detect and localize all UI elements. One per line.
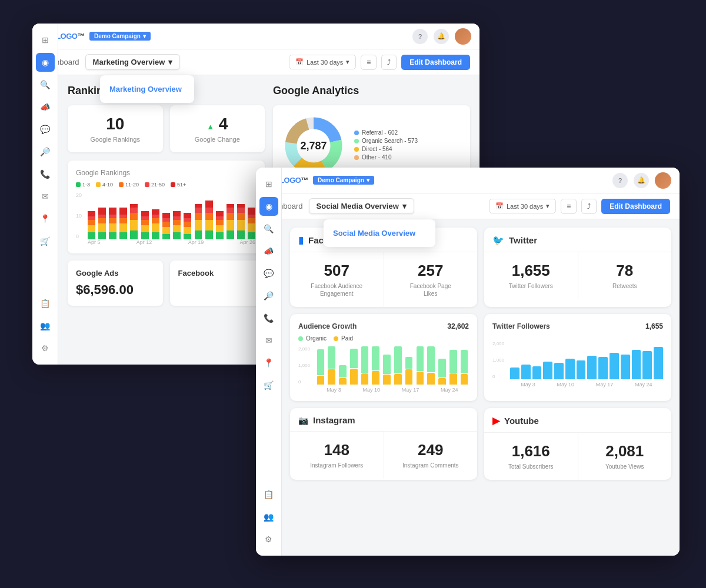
instagram-icon: 📷 — [298, 416, 308, 425]
instagram-header: 📷 Instagram — [290, 408, 477, 432]
back-dashboard-dropdown[interactable]: Marketing Overview ▾ — [85, 54, 181, 70]
youtube-section: ▶ Youtube 1,616 Total Subscribers 2,081 … — [484, 408, 671, 480]
back-topbar-right: ? 🔔 — [412, 28, 471, 45]
youtube-icon: ▶ — [492, 415, 499, 426]
instagram-comments: 249 Instagram Comments — [384, 432, 478, 479]
front-sidebar-analytics[interactable]: 🔎 — [259, 286, 278, 305]
back-chart-icon[interactable]: ≡ — [361, 55, 377, 70]
back-sidebar-home[interactable]: ⊞ — [36, 31, 55, 49]
back-sidebar-settings[interactable]: ⚙ — [36, 339, 55, 358]
front-sidebar-chat[interactable]: 💬 — [259, 264, 278, 283]
front-sidebar-email[interactable]: ✉ — [259, 331, 278, 350]
google-rankings-num: 10 — [76, 115, 155, 133]
twitter-chart-title: Twitter Followers — [492, 322, 550, 330]
back-sidebar-users[interactable]: 👥 — [36, 316, 55, 335]
twitter-header: 🐦 Twitter — [484, 228, 671, 252]
back-sidebar-location[interactable]: 📍 — [36, 209, 55, 228]
front-sidebar-users[interactable]: 👥 — [259, 507, 278, 526]
front-sidebar-location[interactable]: 📍 — [259, 353, 278, 372]
google-change-num: ▲ 4 — [178, 115, 257, 133]
front-campaign-badge[interactable]: Demo Campaign ▾ — [313, 176, 374, 185]
youtube-views: 2,081 Youtube Views — [578, 433, 672, 480]
back-sidebar-shop[interactable]: 🛒 — [36, 232, 55, 250]
twitter-followers-chart: Twitter Followers 1,655 2,0001,0000 May … — [484, 314, 671, 401]
front-edit-dashboard-btn[interactable]: Edit Dashboard — [601, 199, 670, 214]
back-sidebar-analytics[interactable]: 🔎 — [36, 142, 55, 161]
back-sidebar-search[interactable]: 🔍 — [36, 75, 55, 94]
front-toolbar-right: 📅 Last 30 days ▾ ≡ ⤴ Edit Dashboard — [489, 199, 670, 214]
audience-growth-legend: Organic Paid — [298, 335, 469, 342]
twitter-chart-header: Twitter Followers 1,655 — [492, 322, 663, 330]
legend-51plus: 51+ — [171, 182, 186, 188]
front-sidebar-dashboard[interactable]: ◉ — [259, 197, 278, 216]
facebook-card: Facebook — [170, 260, 265, 306]
back-sidebar-phone[interactable]: 📞 — [36, 165, 55, 183]
x-labels: Apr 5Apr 12Apr 19Apr 26 — [86, 239, 257, 245]
google-change-card: ▲ 4 Google Change — [170, 105, 265, 152]
legend-4-10: 4-10 — [96, 182, 113, 188]
back-avatar[interactable] — [455, 28, 471, 45]
back-share-icon[interactable]: ⤴ — [381, 55, 397, 70]
front-sidebar-shop[interactable]: 🛒 — [259, 376, 278, 395]
instagram-title: Instagram — [313, 415, 355, 425]
youtube-stats: 1,616 Total Subscribers 2,081 Youtube Vi… — [484, 433, 671, 480]
twitter-icon: 🐦 — [492, 235, 504, 246]
front-sidebar-home[interactable]: ⊞ — [259, 175, 278, 193]
back-topbar: yourLOGO™ Demo Campaign ▾ ? 🔔 — [32, 24, 479, 49]
front-date-range[interactable]: 📅 Last 30 days ▾ — [489, 199, 556, 213]
front-sidebar-phone[interactable]: 📞 — [259, 309, 278, 328]
front-social-dropdown: Social Media Overview — [324, 219, 435, 247]
instagram-followers: 148 Instagram Followers — [290, 432, 384, 479]
front-avatar[interactable] — [655, 172, 671, 189]
facebook-stat-likes: 257 Facebook PageLikes — [384, 252, 478, 307]
front-topbar: yourLOGO™ Demo Campaign ▾ ? 🔔 — [256, 168, 680, 193]
social-dropdown-item[interactable]: Social Media Overview — [324, 224, 435, 242]
back-toolbar-right: 📅 Last 30 days ▾ ≡ ⤴ Edit Dashboard — [289, 55, 470, 70]
back-sidebar-ads[interactable]: 📣 — [36, 98, 55, 116]
legend-11-20: 11-20 — [119, 182, 139, 188]
back-help-icon[interactable]: ? — [412, 29, 428, 44]
google-analytics-title: Google Analytics — [273, 85, 470, 97]
back-sidebar-chat[interactable]: 💬 — [36, 120, 55, 139]
front-chart-icon[interactable]: ≡ — [561, 199, 577, 214]
front-sidebar: ⊞ ◉ 🔍 📣 💬 🔎 📞 ✉ 📍 🛒 📋 👥 ⚙ — [256, 168, 282, 556]
back-campaign-badge[interactable]: Demo Campaign ▾ — [89, 32, 151, 41]
twitter-title: Twitter — [509, 235, 537, 245]
facebook-stats: 507 Facebook AudienceEngagement 257 Face… — [290, 252, 477, 307]
dropdown-marketing-overview[interactable]: Marketing Overview — [100, 80, 194, 98]
twitter-section: 🐦 Twitter 1,655 Twitter Followers 78 Ret… — [484, 228, 671, 307]
donut-center: 2,787 — [300, 140, 327, 152]
donut-legend: Referral - 602 Organic Search - 573 Dire… — [354, 129, 418, 162]
back-sidebar-dashboard[interactable]: ◉ — [36, 53, 55, 72]
audience-growth-title: Audience Growth — [298, 322, 357, 330]
instagram-section: 📷 Instagram 148 Instagram Followers 249 … — [290, 408, 477, 480]
front-notif-icon[interactable]: 🔔 — [634, 173, 649, 188]
back-sidebar-email[interactable]: ✉ — [36, 187, 55, 206]
back-sidebar-reports[interactable]: 📋 — [36, 294, 55, 313]
legend-1-3: 1-3 — [76, 182, 90, 188]
legend-other: Other - 410 — [354, 154, 418, 161]
front-help-icon[interactable]: ? — [612, 173, 628, 188]
back-notif-icon[interactable]: 🔔 — [434, 29, 449, 44]
back-toolbar: Dashboard Marketing Overview ▾ 📅 Last 30… — [32, 49, 479, 75]
back-edit-dashboard-btn[interactable]: Edit Dashboard — [401, 55, 470, 70]
legend-referral: Referral - 602 — [354, 129, 418, 136]
front-sidebar-search[interactable]: 🔍 — [259, 219, 278, 238]
youtube-header: ▶ Youtube — [484, 408, 671, 433]
google-rankings-card: 10 Google Rankings — [68, 105, 163, 152]
front-sidebar-reports[interactable]: 📋 — [259, 485, 278, 504]
google-ads-title: Google Ads — [76, 269, 155, 278]
back-date-range[interactable]: 📅 Last 30 days ▾ — [289, 55, 356, 69]
instagram-stats: 148 Instagram Followers 249 Instagram Co… — [290, 432, 477, 479]
front-sidebar-ads[interactable]: 📣 — [259, 242, 278, 260]
front-share-icon[interactable]: ⤴ — [581, 199, 597, 214]
front-sidebar-settings[interactable]: ⚙ — [259, 530, 278, 549]
google-change-label: Google Change — [178, 136, 257, 143]
audience-growth-total: 32,602 — [447, 322, 469, 330]
google-rankings-label: Google Rankings — [76, 136, 155, 143]
twitter-stat-followers: 1,655 Twitter Followers — [484, 252, 578, 299]
google-ads-card: Google Ads $6,596.00 — [68, 260, 163, 306]
front-dashboard-dropdown[interactable]: Social Media Overview ▾ — [309, 198, 414, 214]
audience-growth-section: Audience Growth 32,602 Organic Paid 2 — [290, 314, 477, 401]
twitter-stat-retweets: 78 Retweets — [578, 252, 672, 299]
